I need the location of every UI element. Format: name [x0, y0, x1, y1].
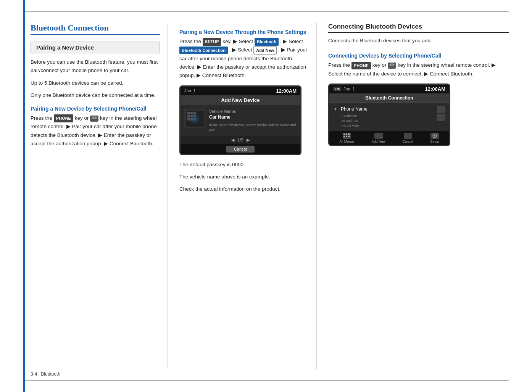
fm-badge: FM — [333, 87, 341, 91]
press-text: Press the — [179, 39, 201, 44]
select-label-1: . ▶ Select — [280, 39, 303, 44]
bt-connection-screen: FM Jan. 1 12:00AM Bluetooth Connection ✦… — [328, 84, 450, 146]
vehicle-name: Car Name — [209, 114, 297, 120]
caption-passkey: The default passkey is 0000. — [179, 161, 309, 169]
bt-phone-row-container: ✦ Phone Name s a device es such as ndroi… — [333, 106, 445, 128]
key-select-label: key. ▶ Select — [222, 39, 253, 44]
main-title: Bluetooth Connection — [31, 23, 160, 35]
screen-header: Jan. 1 12:00AM — [181, 87, 300, 95]
bt-screen-body: ✦ Phone Name s a device es such as ndroi… — [329, 103, 449, 131]
pairing-body-text-3: Only one Bluetooth device can be connect… — [31, 91, 160, 100]
screen-main-content: Vehicle Name: Car Name In the Bluetooth … — [209, 109, 297, 132]
bluetooth-badge: Bluetooth — [255, 38, 279, 45]
pairing-through-phone-text: Press the SETUP key. ▶ Select Bluetooth … — [179, 37, 309, 80]
all-menus-item[interactable]: All Menus — [339, 133, 355, 143]
all-menus-label: All Menus — [339, 140, 355, 143]
bt-icon: ✦ — [333, 106, 338, 112]
svg-rect-14 — [346, 133, 347, 135]
add-new-label: Add New — [371, 140, 385, 143]
select-label-2: . ▶ Select — [229, 47, 252, 53]
connecting-devices-subtitle: Connecting Devices by Selecting Phone/Ca… — [328, 53, 509, 59]
right-column: Connecting Bluetooth Devices Connects th… — [328, 23, 509, 369]
vehicle-label: Vehicle Name: — [209, 109, 297, 114]
svg-rect-3 — [190, 112, 193, 114]
screen-date: Jan. 1 — [184, 88, 196, 93]
bt-time: 12:00AM — [425, 86, 445, 92]
cancel-button[interactable]: Cancel — [226, 146, 255, 153]
mid-column: Pairing a New Device Through the Phone S… — [179, 23, 317, 369]
svg-point-11 — [190, 114, 199, 123]
add-new-item[interactable]: Add New — [371, 133, 385, 143]
svg-rect-13 — [343, 133, 345, 135]
svg-rect-16 — [343, 136, 345, 137]
call-icon-right — [388, 63, 396, 69]
add-new-badge: Add New — [253, 46, 277, 55]
screen-time: 12:00AM — [276, 88, 297, 94]
bt-icon-box-2 — [437, 114, 445, 121]
left-column: Bluetooth Connection Pairing a New Devic… — [31, 23, 168, 369]
pairing-new-device-label: Pairing a New Device — [36, 44, 94, 51]
svg-rect-2 — [187, 112, 190, 114]
top-border-line — [23, 11, 509, 12]
add-new-icon — [374, 133, 383, 139]
bt-screen-header: FM Jan. 1 12:00AM — [329, 85, 449, 93]
bt-screen-title: Bluetooth Connection — [329, 93, 449, 103]
connecting-devices-body: Press the PHONE key or key in the steeri… — [328, 61, 509, 78]
bt-footer: All Menus Add New Cancel — [329, 131, 449, 145]
phone-badge-r: PHONE — [351, 62, 371, 69]
svg-rect-17 — [346, 136, 347, 137]
bt-device-hint: s a device es such as ndroid Auto — [342, 114, 368, 128]
page-indicator: 1/5 — [237, 138, 243, 142]
svg-point-20 — [434, 135, 435, 137]
phone-badge: PHONE — [54, 114, 73, 122]
left-accent-bar — [23, 0, 25, 392]
pairing-body-text-1: Before you can use the Bluetooth feature… — [31, 58, 160, 75]
bt-phone-name: Phone Name — [341, 106, 368, 112]
press-text-r: Press the — [328, 62, 350, 68]
screen-body: Vehicle Name: Car Name In the Bluetooth … — [181, 105, 300, 144]
connecting-bt-devices-title: Connecting Bluetooth Devices — [328, 23, 509, 33]
pairing-phone-call-text: Press the PHONE key or key in the steeri… — [31, 114, 160, 148]
setup-icon — [430, 133, 439, 139]
screen-pagination: ◀ 1/5 ▶ — [181, 136, 300, 144]
svg-rect-8 — [187, 118, 190, 120]
caption-vehicle-name: The vehicle name above is an example. — [179, 173, 309, 181]
prev-arrow[interactable]: ◀ — [231, 138, 234, 143]
bt-icon-box-1 — [437, 106, 445, 113]
bt-phone-row: ✦ Phone Name — [333, 106, 368, 112]
press-the-label: Press the — [31, 115, 52, 121]
connecting-bt-devices-text: Connects the Bluetooth devices that you … — [328, 37, 509, 45]
bt-right-icons — [437, 106, 445, 121]
bt-connection-badge: Bluetooth Connection — [179, 47, 228, 54]
svg-rect-5 — [187, 115, 190, 117]
main-content: Bluetooth Connection Pairing a New Devic… — [31, 23, 509, 369]
svg-point-0 — [94, 117, 95, 119]
screen-content-area: Vehicle Name: Car Name In the Bluetooth … — [181, 105, 300, 136]
pairing-body-text-2: Up to 5 Bluetooth devices can be paired. — [31, 79, 160, 87]
key-or-label: key or — [75, 115, 89, 121]
pairing-through-phone-title: Pairing a New Device Through the Phone S… — [179, 29, 309, 35]
bt-date: Jan. 1 — [343, 87, 355, 91]
next-arrow[interactable]: ▶ — [247, 138, 250, 143]
setup-badge: SETUP — [203, 38, 221, 45]
svg-point-12 — [391, 64, 393, 66]
bottom-border-line — [23, 380, 509, 381]
screen-footer: Cancel — [181, 144, 300, 154]
bt-phone-info: ✦ Phone Name s a device es such as ndroi… — [333, 106, 368, 128]
call-icon — [90, 116, 98, 122]
all-menus-icon — [343, 133, 351, 139]
cancel-label: Cancel — [403, 140, 413, 143]
setup-label: Setup — [430, 140, 439, 143]
add-new-device-screen: Jan. 1 12:00AM Add New Device — [179, 85, 301, 155]
cancel-icon — [404, 133, 412, 139]
caption-actual-info: Check the actual information on the prod… — [179, 185, 309, 193]
svg-rect-18 — [348, 136, 350, 137]
pairing-phone-call-title: Pairing a New Device by Selecting Phone/… — [31, 106, 160, 112]
page-number: 3-4 I Bluetooth — [31, 371, 60, 377]
pairing-new-device-box: Pairing a New Device — [31, 42, 160, 53]
screen-title-bar: Add New Device — [181, 95, 300, 105]
svg-rect-15 — [348, 133, 350, 135]
setup-item[interactable]: Setup — [430, 133, 439, 143]
sidebar-phone-icon — [184, 109, 205, 128]
cancel-item[interactable]: Cancel — [403, 133, 413, 143]
